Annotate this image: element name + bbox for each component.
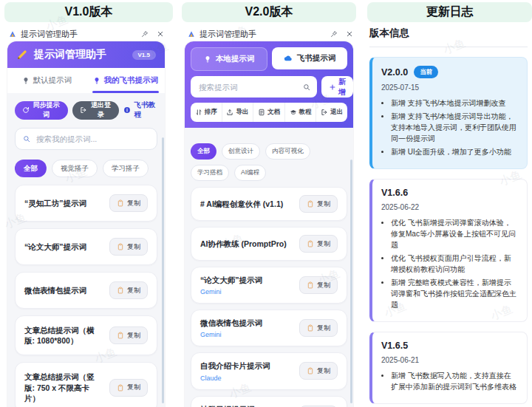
sync-button-label: 同步提示词 [33, 100, 61, 120]
release-notes: 新增 飞书数据写入功能，支持直接在扩展中添加新的提示词到飞书多维表格 [381, 370, 518, 392]
tab-local-prompts[interactable]: 本地提示词 [191, 47, 267, 71]
scrollbar[interactable] [350, 160, 352, 403]
copy-button[interactable]: 复制 [299, 235, 338, 253]
exit-icon [321, 109, 328, 116]
add-prompt-button[interactable]: 新增 [321, 76, 353, 98]
copy-button[interactable]: 复制 [109, 194, 148, 212]
list-item: 微信表情包提示词 复制 [15, 272, 157, 309]
tab-label: 飞书提示词 [297, 53, 336, 64]
v1-prompt-list: “灵知工坊”提示词 复制 “论文大师”提示词 复制 微信表情包提示词 [15, 185, 157, 407]
copy-button[interactable]: 复制 [109, 238, 148, 256]
toolbar-tutorial[interactable]: 教程 [284, 103, 316, 122]
changelog-heading: 版本信息 [369, 27, 528, 40]
v1-action-row: 同步提示词 退出登录 飞书教程 [15, 100, 157, 120]
copy-button[interactable]: 复制 [109, 326, 148, 344]
v1-search-input[interactable] [35, 134, 149, 144]
chip-study-partner[interactable]: 学习搭子 [103, 160, 149, 177]
copy-button-label: 复制 [317, 239, 330, 249]
v2-body: 全部 创意设计 内容可视化 学习搭档 AI编程 # AI编程创意伙伴 (v1.1… [185, 128, 353, 407]
copy-button[interactable]: 复制 [299, 319, 338, 337]
list-item: 文章总结提示词（竖版: 750 x 不限高卡片） 复制 [15, 362, 157, 407]
list-item: “论文大师”提示词 复制 [15, 228, 157, 265]
release-date: 2025-06-22 [381, 203, 518, 211]
document-icon [258, 109, 265, 116]
pin-icon[interactable] [141, 30, 149, 38]
logout-button-label: 退出登录 [90, 100, 112, 120]
list-item: AI协作教练 (PromptPro) 复制 [191, 227, 347, 261]
copy-button-label: 复制 [127, 331, 140, 341]
release-note: 新增 支持飞书/本地提示词增删改查 [391, 98, 518, 109]
release-note: 优化 飞书授权页面用户引导流程，新增授权前教程访问功能 [391, 253, 518, 275]
sync-prompts-button[interactable]: 同步提示词 [15, 101, 68, 120]
tab-default-prompts[interactable]: 默认提示词 [7, 68, 86, 93]
chip-creative-design[interactable]: 创意设计 [222, 143, 260, 160]
graduation-cap-icon [290, 109, 297, 116]
search-icon [303, 83, 310, 91]
tab-my-feishu-prompts[interactable]: 我的飞书提示词 [86, 68, 166, 93]
chip-content-visualization[interactable]: 内容可视化 [265, 143, 310, 160]
cloud-icon [284, 54, 293, 63]
list-item: 社群日报提示词 Claude 复制 [191, 396, 347, 407]
prompt-title: “论文大师”提示词 [24, 242, 103, 252]
copy-button[interactable]: 复制 [299, 362, 338, 380]
lightbulb-icon [93, 77, 100, 84]
model-tag: Gemini [200, 288, 293, 295]
list-item: # AI编程创意伙伴 (v1.1) 复制 [191, 187, 347, 221]
toolbar-exit[interactable]: 退出 [316, 103, 347, 122]
toolbar-sort[interactable]: 排序 [191, 103, 222, 122]
copy-button[interactable]: 复制 [109, 379, 148, 397]
clipboard-icon [307, 281, 314, 289]
scrollbar[interactable] [162, 137, 164, 403]
copy-button-label: 复制 [127, 199, 140, 208]
v2-search-row: 新增 同步 [191, 76, 347, 98]
chip-all[interactable]: 全部 [15, 160, 47, 177]
copy-button[interactable]: 复制 [299, 276, 338, 294]
prompt-title: 文章总结提示词（横版: 1080*800） [24, 325, 103, 346]
model-tag: Gemini [200, 331, 293, 338]
chip-visual-partner[interactable]: 视觉搭子 [52, 160, 98, 177]
list-item: 文章总结提示词（横版: 1080*800） 复制 [15, 315, 157, 355]
tab-feishu-prompts[interactable]: 飞书提示词 [272, 47, 347, 69]
popup-title: 提示词管理助手 [21, 29, 137, 40]
prompt-title: 文章总结提示词（竖版: 750 x 不限高卡片） [24, 372, 103, 403]
prompt-title: 社群日报提示词 [200, 404, 293, 407]
clipboard-icon [307, 240, 314, 247]
copy-button-label: 复制 [317, 324, 330, 333]
refresh-icon [22, 106, 30, 114]
prompt-title: # AI编程创意伙伴 (v1.1) [200, 199, 293, 209]
chip-ai-coding[interactable]: AI编程 [234, 165, 266, 181]
copy-button[interactable]: 复制 [109, 281, 148, 299]
close-icon[interactable] [346, 30, 353, 38]
clipboard-icon [117, 287, 124, 294]
prompt-title: “灵知工坊”提示词 [24, 198, 103, 208]
v1-header-title: 提示词管理助手 [34, 48, 126, 61]
close-icon[interactable] [157, 30, 164, 38]
chip-study-partner[interactable]: 学习搭档 [191, 165, 229, 181]
logout-button[interactable]: 退出登录 [72, 101, 120, 120]
clipboard-icon [117, 384, 124, 391]
toolbar-export[interactable]: 导出 [222, 103, 253, 122]
version-number: V2.0.0 [381, 67, 408, 78]
toolbar-label: 教程 [299, 108, 312, 117]
v1-body: 同步提示词 退出登录 飞书教程 全部 视觉搭子 学习搭子 [7, 93, 165, 407]
clipboard-icon [117, 243, 124, 250]
clipboard-icon [117, 199, 124, 207]
prompt-title: 微信表情包提示词 [24, 285, 103, 295]
prompt-title: “论文大师”提示词 [200, 275, 293, 285]
plus-icon [329, 83, 336, 91]
release-note: 新增 完整暗夜模式兼容性，新增提示词弹窗和飞书操作按钮完全适配深色主题 [391, 277, 518, 310]
release-note: 新增 飞书数据写入功能，支持直接在扩展中添加新的提示词到飞书多维表格 [391, 370, 518, 392]
pin-icon[interactable] [330, 30, 338, 38]
v2-search-box [191, 76, 317, 98]
v2-prompt-list: # AI编程创意伙伴 (v1.1) 复制 AI协作教练 (PromptPro) … [191, 187, 347, 407]
release-date: 2025-07-15 [381, 83, 518, 92]
tutorial-link-label: 飞书教程 [134, 100, 157, 120]
copy-button[interactable]: 复制 [299, 195, 338, 213]
toolbar-docs[interactable]: 文档 [253, 103, 284, 122]
v2-search-input[interactable] [197, 82, 300, 92]
feishu-tutorial-link[interactable]: 飞书教程 [123, 100, 157, 120]
tab-label: 我的飞书提示词 [104, 75, 159, 86]
export-icon [226, 109, 233, 116]
tab-label: 本地提示词 [216, 54, 255, 64]
chip-all[interactable]: 全部 [191, 143, 216, 160]
